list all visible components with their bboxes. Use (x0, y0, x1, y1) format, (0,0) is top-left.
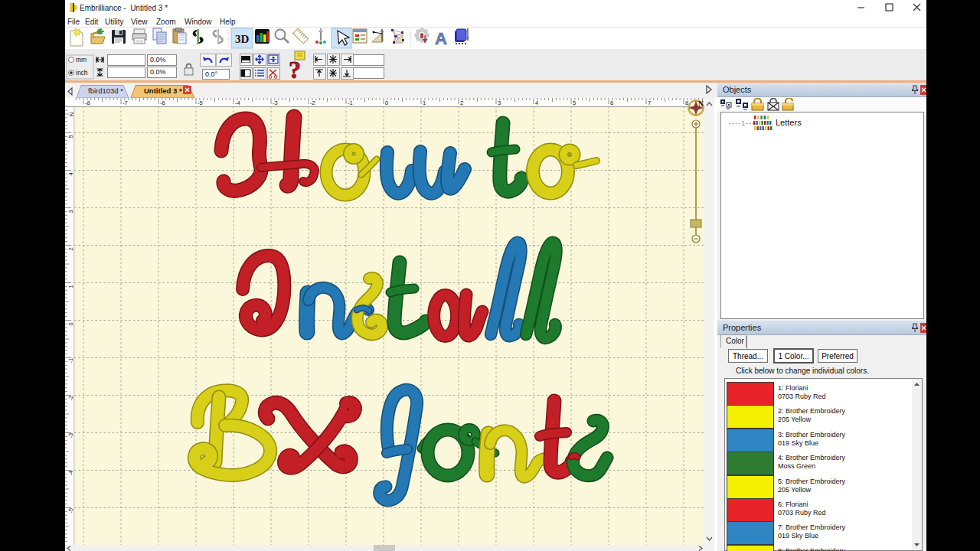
svg-text:-8: -8 (85, 99, 90, 106)
svg-text:-4: -4 (235, 99, 240, 106)
svg-text:1: 1 (423, 99, 426, 106)
svg-text:-2: -2 (310, 99, 315, 106)
svg-text:4: 4 (67, 172, 74, 175)
svg-text:8: 8 (685, 99, 688, 106)
svg-text:6: 6 (610, 99, 613, 106)
svg-text:5: 5 (67, 135, 74, 138)
svg-text:-1: -1 (67, 358, 74, 364)
svg-text:1: 1 (67, 285, 74, 288)
svg-text:0: 0 (385, 99, 388, 106)
svg-text:-1: -1 (348, 99, 353, 106)
svg-text:3: 3 (498, 99, 501, 106)
svg-text:7: 7 (648, 99, 651, 106)
svg-text:N: N (698, 100, 704, 108)
svg-text:3: 3 (67, 210, 74, 213)
svg-text:5: 5 (573, 99, 576, 106)
svg-text:0: 0 (67, 322, 74, 325)
svg-text:-7: -7 (122, 99, 128, 106)
svg-text:-2: -2 (67, 396, 74, 401)
svg-text:2: 2 (460, 99, 463, 106)
svg-text:-4: -4 (67, 471, 74, 476)
svg-text:-6: -6 (160, 99, 165, 106)
svg-text:-5: -5 (198, 99, 203, 106)
svg-text:-3: -3 (67, 433, 74, 439)
svg-text:-5: -5 (67, 508, 74, 514)
svg-text:-3: -3 (273, 99, 278, 106)
svg-text:4: 4 (535, 99, 538, 106)
svg-text:2: 2 (67, 247, 74, 250)
